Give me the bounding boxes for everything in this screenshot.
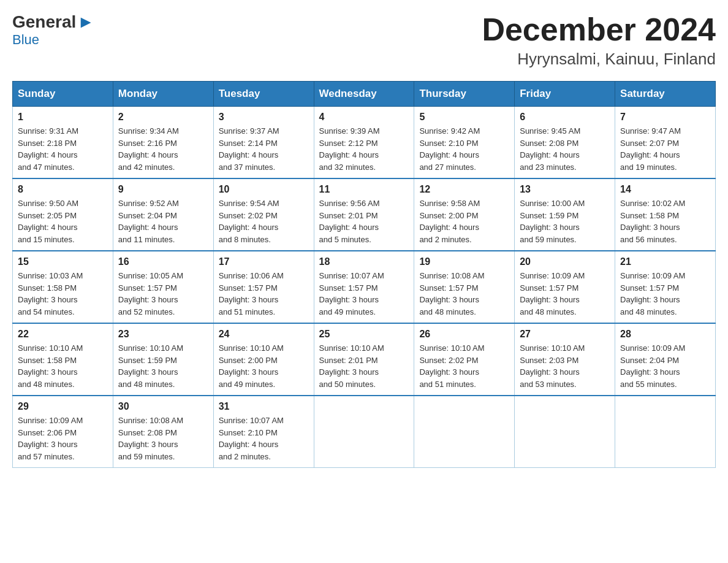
calendar-day-cell: 23Sunrise: 10:10 AMSunset: 1:59 PMDaylig… <box>113 323 213 396</box>
calendar-day-cell <box>615 396 716 468</box>
day-number: 23 <box>118 329 208 340</box>
weekday-header-saturday: Saturday <box>615 82 716 107</box>
day-info: Sunrise: 10:06 AMSunset: 1:57 PMDaylight… <box>219 270 309 318</box>
day-info: Sunrise: 10:09 AMSunset: 1:57 PMDaylight… <box>620 270 710 318</box>
calendar-day-cell: 19Sunrise: 10:08 AMSunset: 1:57 PMDaylig… <box>414 251 515 323</box>
weekday-header-thursday: Thursday <box>414 82 515 107</box>
calendar-day-cell: 30Sunrise: 10:08 AMSunset: 2:08 PMDaylig… <box>113 396 213 468</box>
day-number: 3 <box>219 112 309 123</box>
day-info: Sunrise: 10:05 AMSunset: 1:57 PMDaylight… <box>118 270 208 318</box>
day-number: 26 <box>419 329 509 340</box>
day-number: 2 <box>118 112 208 123</box>
day-info: Sunrise: 10:07 AMSunset: 2:10 PMDaylight… <box>219 415 309 462</box>
day-info: Sunrise: 10:10 AMSunset: 1:59 PMDaylight… <box>118 342 208 390</box>
calendar-day-cell: 20Sunrise: 10:09 AMSunset: 1:57 PMDaylig… <box>515 251 615 323</box>
weekday-header-tuesday: Tuesday <box>213 82 314 107</box>
day-info: Sunrise: 10:10 AMSunset: 2:03 PMDaylight… <box>520 342 610 390</box>
calendar-day-cell: 22Sunrise: 10:10 AMSunset: 1:58 PMDaylig… <box>13 323 113 396</box>
calendar-day-cell: 27Sunrise: 10:10 AMSunset: 2:03 PMDaylig… <box>515 323 615 396</box>
calendar-day-cell <box>414 396 515 468</box>
day-info: Sunrise: 9:31 AMSunset: 2:18 PMDaylight:… <box>18 125 108 173</box>
calendar-day-cell: 11Sunrise: 9:56 AMSunset: 2:01 PMDayligh… <box>314 178 414 251</box>
day-info: Sunrise: 10:10 AMSunset: 1:58 PMDaylight… <box>18 342 108 390</box>
calendar-table: SundayMondayTuesdayWednesdayThursdayFrid… <box>12 81 716 468</box>
logo-general-text: General <box>12 12 76 32</box>
calendar-day-cell: 25Sunrise: 10:10 AMSunset: 2:01 PMDaylig… <box>314 323 414 396</box>
day-info: Sunrise: 10:00 AMSunset: 1:59 PMDaylight… <box>520 197 610 245</box>
day-number: 16 <box>118 256 208 267</box>
day-number: 14 <box>620 184 710 195</box>
calendar-day-cell: 10Sunrise: 9:54 AMSunset: 2:02 PMDayligh… <box>213 178 314 251</box>
day-info: Sunrise: 10:10 AMSunset: 2:02 PMDaylight… <box>419 342 509 390</box>
day-info: Sunrise: 10:08 AMSunset: 1:57 PMDaylight… <box>419 270 509 318</box>
page-header: General ► Blue December 2024 Hyrynsalmi,… <box>12 12 716 69</box>
month-title: December 2024 <box>482 12 716 47</box>
day-number: 31 <box>219 401 309 412</box>
calendar-day-cell: 8Sunrise: 9:50 AMSunset: 2:05 PMDaylight… <box>13 178 113 251</box>
calendar-day-cell <box>314 396 414 468</box>
calendar-week-row: 22Sunrise: 10:10 AMSunset: 1:58 PMDaylig… <box>13 323 716 396</box>
day-info: Sunrise: 10:03 AMSunset: 1:58 PMDaylight… <box>18 270 108 318</box>
day-info: Sunrise: 10:09 AMSunset: 2:04 PMDaylight… <box>620 342 710 390</box>
logo-arrow-icon: ► <box>77 12 94 32</box>
day-info: Sunrise: 9:42 AMSunset: 2:10 PMDaylight:… <box>419 125 509 173</box>
day-info: Sunrise: 9:39 AMSunset: 2:12 PMDaylight:… <box>319 125 409 173</box>
day-number: 9 <box>118 184 208 195</box>
calendar-week-row: 15Sunrise: 10:03 AMSunset: 1:58 PMDaylig… <box>13 251 716 323</box>
day-number: 1 <box>18 112 108 123</box>
day-number: 20 <box>520 256 610 267</box>
location-title: Hyrynsalmi, Kainuu, Finland <box>482 50 716 69</box>
weekday-header-sunday: Sunday <box>13 82 113 107</box>
day-number: 4 <box>319 112 409 123</box>
day-number: 7 <box>620 112 710 123</box>
calendar-day-cell: 16Sunrise: 10:05 AMSunset: 1:57 PMDaylig… <box>113 251 213 323</box>
day-number: 11 <box>319 184 409 195</box>
title-block: December 2024 Hyrynsalmi, Kainuu, Finlan… <box>482 12 716 69</box>
day-number: 30 <box>118 401 208 412</box>
calendar-day-cell: 7Sunrise: 9:47 AMSunset: 2:07 PMDaylight… <box>615 107 716 179</box>
day-info: Sunrise: 9:47 AMSunset: 2:07 PMDaylight:… <box>620 125 710 173</box>
calendar-day-cell: 28Sunrise: 10:09 AMSunset: 2:04 PMDaylig… <box>615 323 716 396</box>
day-number: 27 <box>520 329 610 340</box>
day-info: Sunrise: 9:50 AMSunset: 2:05 PMDaylight:… <box>18 197 108 245</box>
calendar-week-row: 1Sunrise: 9:31 AMSunset: 2:18 PMDaylight… <box>13 107 716 179</box>
day-info: Sunrise: 9:37 AMSunset: 2:14 PMDaylight:… <box>219 125 309 173</box>
calendar-day-cell: 6Sunrise: 9:45 AMSunset: 2:08 PMDaylight… <box>515 107 615 179</box>
calendar-day-cell: 9Sunrise: 9:52 AMSunset: 2:04 PMDaylight… <box>113 178 213 251</box>
day-info: Sunrise: 9:34 AMSunset: 2:16 PMDaylight:… <box>118 125 208 173</box>
calendar-day-cell: 26Sunrise: 10:10 AMSunset: 2:02 PMDaylig… <box>414 323 515 396</box>
calendar-day-cell: 3Sunrise: 9:37 AMSunset: 2:14 PMDaylight… <box>213 107 314 179</box>
day-number: 28 <box>620 329 710 340</box>
calendar-day-cell: 24Sunrise: 10:10 AMSunset: 2:00 PMDaylig… <box>213 323 314 396</box>
weekday-header-monday: Monday <box>113 82 213 107</box>
calendar-day-cell: 4Sunrise: 9:39 AMSunset: 2:12 PMDaylight… <box>314 107 414 179</box>
day-info: Sunrise: 10:08 AMSunset: 2:08 PMDaylight… <box>118 415 208 462</box>
day-number: 5 <box>419 112 509 123</box>
day-info: Sunrise: 10:09 AMSunset: 1:57 PMDaylight… <box>520 270 610 318</box>
calendar-week-row: 8Sunrise: 9:50 AMSunset: 2:05 PMDaylight… <box>13 178 716 251</box>
day-number: 19 <box>419 256 509 267</box>
calendar-day-cell: 15Sunrise: 10:03 AMSunset: 1:58 PMDaylig… <box>13 251 113 323</box>
day-number: 8 <box>18 184 108 195</box>
calendar-day-cell: 18Sunrise: 10:07 AMSunset: 1:57 PMDaylig… <box>314 251 414 323</box>
calendar-day-cell <box>515 396 615 468</box>
day-number: 10 <box>219 184 309 195</box>
calendar-day-cell: 29Sunrise: 10:09 AMSunset: 2:06 PMDaylig… <box>13 396 113 468</box>
day-info: Sunrise: 10:09 AMSunset: 2:06 PMDaylight… <box>18 415 108 462</box>
calendar-day-cell: 12Sunrise: 9:58 AMSunset: 2:00 PMDayligh… <box>414 178 515 251</box>
day-number: 13 <box>520 184 610 195</box>
day-info: Sunrise: 9:52 AMSunset: 2:04 PMDaylight:… <box>118 197 208 245</box>
day-info: Sunrise: 10:07 AMSunset: 1:57 PMDaylight… <box>319 270 409 318</box>
weekday-header-wednesday: Wednesday <box>314 82 414 107</box>
day-number: 17 <box>219 256 309 267</box>
day-info: Sunrise: 9:58 AMSunset: 2:00 PMDaylight:… <box>419 197 509 245</box>
day-number: 15 <box>18 256 108 267</box>
weekday-header-row: SundayMondayTuesdayWednesdayThursdayFrid… <box>13 82 716 107</box>
day-number: 22 <box>18 329 108 340</box>
logo-blue-text: Blue <box>12 32 39 48</box>
day-info: Sunrise: 9:54 AMSunset: 2:02 PMDaylight:… <box>219 197 309 245</box>
calendar-day-cell: 14Sunrise: 10:02 AMSunset: 1:58 PMDaylig… <box>615 178 716 251</box>
calendar-week-row: 29Sunrise: 10:09 AMSunset: 2:06 PMDaylig… <box>13 396 716 468</box>
day-number: 25 <box>319 329 409 340</box>
day-info: Sunrise: 9:45 AMSunset: 2:08 PMDaylight:… <box>520 125 610 173</box>
